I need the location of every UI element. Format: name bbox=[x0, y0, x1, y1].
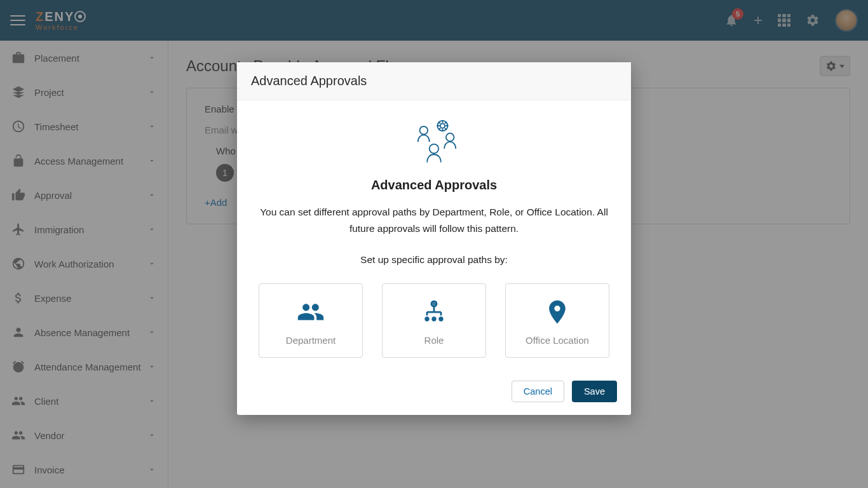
svg-point-4 bbox=[430, 144, 438, 153]
cancel-button[interactable]: Cancel bbox=[512, 381, 564, 402]
approvals-hero-icon bbox=[405, 114, 463, 172]
option-department[interactable]: Department bbox=[259, 283, 363, 358]
save-button[interactable]: Save bbox=[572, 381, 617, 402]
role-icon bbox=[420, 298, 448, 326]
option-label: Department bbox=[286, 335, 336, 346]
location-icon bbox=[543, 298, 571, 326]
department-icon bbox=[297, 298, 325, 326]
option-label: Office Location bbox=[526, 335, 589, 346]
svg-point-7 bbox=[438, 316, 443, 321]
svg-point-9 bbox=[433, 302, 435, 305]
svg-point-3 bbox=[446, 133, 454, 142]
modal-subtitle: Set up specific approval paths by: bbox=[259, 254, 609, 266]
svg-point-6 bbox=[431, 316, 436, 321]
advanced-approvals-modal: Advanced Approvals Advanced Approvals Yo… bbox=[237, 62, 631, 415]
modal-overlay: Advanced Approvals Advanced Approvals Yo… bbox=[0, 0, 868, 488]
svg-point-2 bbox=[420, 126, 428, 135]
svg-point-1 bbox=[440, 123, 445, 128]
option-role[interactable]: Role bbox=[382, 283, 486, 358]
option-office-location[interactable]: Office Location bbox=[505, 283, 609, 358]
modal-description: You can set different approval paths by … bbox=[259, 204, 609, 238]
option-label: Role bbox=[424, 335, 444, 346]
modal-title: Advanced Approvals bbox=[259, 178, 609, 193]
svg-point-5 bbox=[424, 316, 429, 321]
modal-header: Advanced Approvals bbox=[237, 62, 631, 100]
